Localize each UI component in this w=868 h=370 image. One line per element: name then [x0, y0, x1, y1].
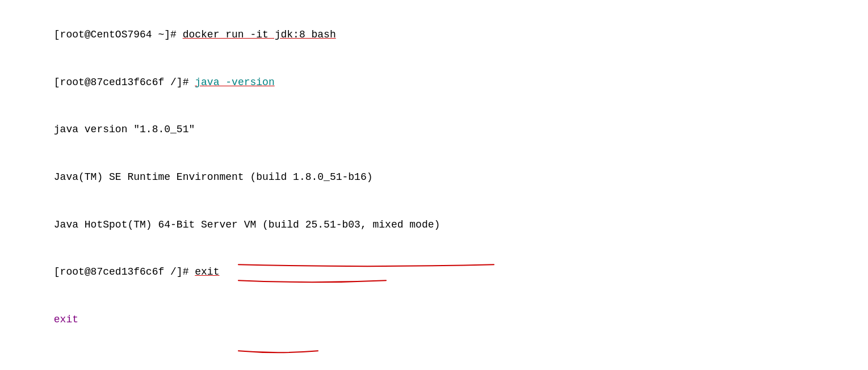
- terminal-line: java version "1.8.0_51": [17, 106, 868, 154]
- output: Java(TM) SE Runtime Environment (build 1…: [54, 171, 373, 183]
- terminal-line: [17, 344, 868, 360]
- command: docker run -it jdk:8 bash: [183, 29, 336, 40]
- output: Java HotSpot(TM) 64-Bit Server VM (build…: [54, 219, 441, 230]
- prompt: [root@87ced13f6c6f /]#: [54, 77, 195, 88]
- terminal-line: exit: [17, 296, 868, 344]
- prompt: [root@CentOS7964 ~]#: [54, 29, 183, 40]
- terminal-line: [root@CentOS7964 ~]# docker ps: [17, 360, 868, 370]
- terminal-line: [root@CentOS7964 ~]# docker run -it jdk:…: [17, 11, 868, 59]
- command: exit: [195, 266, 219, 278]
- prompt: [root@87ced13f6c6f /]#: [54, 266, 195, 278]
- terminal-content: [root@CentOS7964 ~]# docker run -it jdk:…: [17, 11, 868, 370]
- command: java -version: [195, 77, 274, 88]
- terminal-line: Java HotSpot(TM) 64-Bit Server VM (build…: [17, 201, 868, 249]
- terminal-line: [root@87ced13f6c6f /]# java -version: [17, 59, 868, 107]
- exit-output: exit: [54, 314, 78, 325]
- terminal-line: Java(TM) SE Runtime Environment (build 1…: [17, 154, 868, 201]
- terminal-line: [root@87ced13f6c6f /]# exit: [17, 249, 868, 296]
- output: java version "1.8.0_51": [54, 124, 195, 135]
- terminal-window: [root@CentOS7964 ~]# docker run -it jdk:…: [17, 11, 868, 370]
